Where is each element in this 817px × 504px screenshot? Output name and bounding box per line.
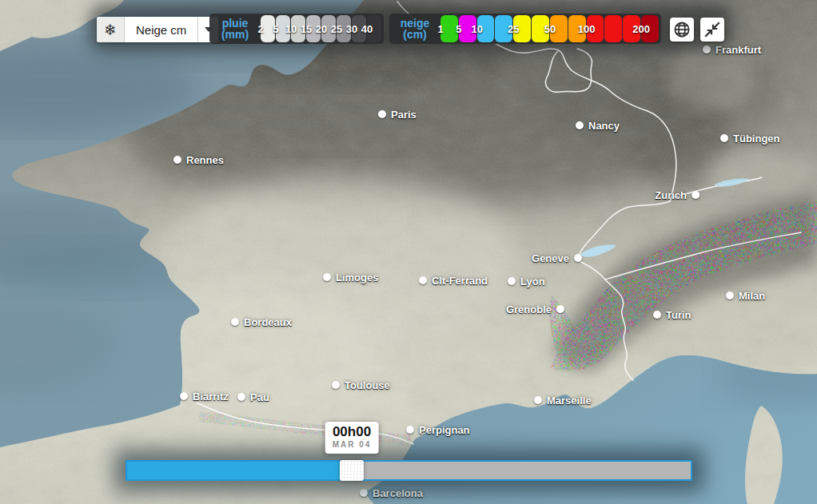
snow-legend-swatch <box>604 15 622 42</box>
rain-legend-swatch: 40 <box>367 15 381 42</box>
snow-legend-title-line2: (cm) <box>389 29 440 40</box>
weather-map-app: Frankfurt Paris Nancy Tübingen Rennes Zu… <box>0 0 817 504</box>
timeline-thumb[interactable] <box>340 460 364 481</box>
snow-legend-swatch: 10 <box>477 15 495 42</box>
timeline-track[interactable] <box>126 460 692 481</box>
tooltip-time: 00h00 <box>333 425 372 439</box>
snow-legend-swatch: 25 <box>513 15 531 42</box>
timeline-progress-fill <box>127 462 340 479</box>
collapse-arrows-icon <box>703 20 722 39</box>
time-tooltip: 00h00 MAR 04 <box>325 422 379 454</box>
snow-legend-swatch-label: 50 <box>544 23 556 35</box>
snow-legend-swatch-label: 25 <box>508 23 519 35</box>
collapse-button[interactable] <box>700 18 724 42</box>
rain-legend-swatch-label: 15 <box>301 23 312 35</box>
snow-legend-swatches: 1 5 10 25 50 100 <box>440 15 659 42</box>
rain-legend-swatch-label: 20 <box>316 23 327 35</box>
rain-legend: pluie (mm) 2 5 10 15 20 25 30 <box>209 14 384 44</box>
rain-legend-swatch-label: 2 <box>257 23 263 35</box>
rain-legend-swatch-label: 5 <box>273 23 278 35</box>
snow-legend-swatch-label: 1 <box>437 23 443 35</box>
globe-icon <box>672 20 691 39</box>
snow-legend-swatch-label: 100 <box>578 23 596 35</box>
snow-legend-swatch: 50 <box>550 15 568 42</box>
rain-legend-title: pluie (mm) <box>209 18 261 40</box>
tooltip-date: MAR 04 <box>333 440 372 450</box>
snow-legend-title: neige (cm) <box>389 18 440 40</box>
snow-legend-swatch: 100 <box>587 15 604 42</box>
france-relief-map[interactable] <box>0 0 817 504</box>
layer-select-dropdown[interactable]: ❄ Neige cm <box>97 17 218 42</box>
snow-legend-swatch-label: 200 <box>632 23 650 35</box>
rain-legend-swatch-label: 40 <box>361 23 373 35</box>
rain-legend-swatches: 2 5 10 15 20 25 30 40 <box>261 15 381 42</box>
snow-legend: neige (cm) 1 5 10 25 50 <box>389 14 661 44</box>
rain-legend-swatch-label: 10 <box>285 23 297 35</box>
globe-button[interactable] <box>670 18 694 42</box>
snow-legend-swatch: 200 <box>641 15 659 42</box>
rain-legend-swatch-label: 30 <box>346 23 357 35</box>
snow-legend-title-line1: neige <box>389 18 440 29</box>
rain-legend-title-line1: pluie <box>209 18 261 29</box>
snowflake-icon: ❄ <box>97 17 125 42</box>
snow-legend-swatch-label: 5 <box>456 23 461 35</box>
rain-legend-title-line2: (mm) <box>209 29 261 40</box>
snow-legend-swatch-label: 10 <box>471 23 482 35</box>
rain-legend-swatch-label: 25 <box>331 23 342 35</box>
layer-select-value: Neige cm <box>125 17 197 42</box>
